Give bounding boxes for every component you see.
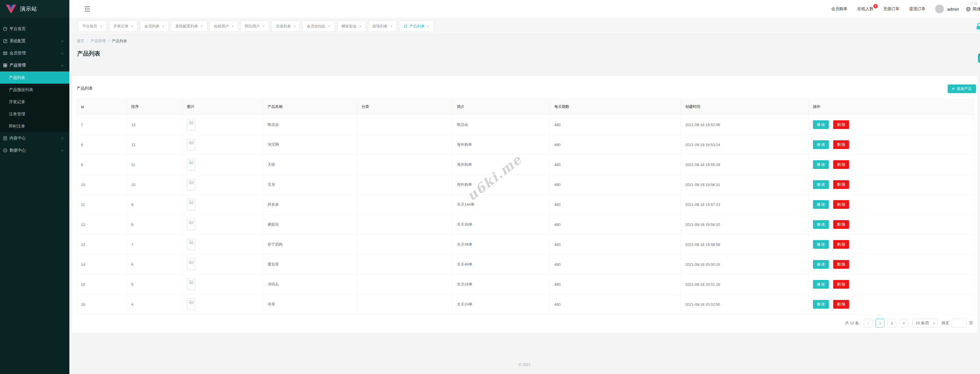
avatar[interactable] <box>935 5 944 13</box>
sidebar-subitem-lottery-records[interactable]: 开奖记录 <box>0 96 69 108</box>
tab-会员加扣款[interactable]: 会员加扣款× <box>302 21 335 32</box>
tab-会员列表[interactable]: 会员列表× <box>140 21 169 32</box>
close-icon[interactable]: × <box>262 24 265 28</box>
breadcrumb-item[interactable]: 首页 <box>77 39 84 43</box>
page-unit-label: 页 <box>969 320 973 326</box>
topbar-link-withdraw-orders[interactable]: 提现订单 <box>909 6 925 11</box>
delete-button[interactable]: 删除 <box>833 200 849 209</box>
tab-充值列表[interactable]: 充值列表× <box>271 21 300 32</box>
broken-image-icon <box>187 119 195 131</box>
close-icon[interactable]: × <box>427 24 430 28</box>
edit-button[interactable]: 修改 <box>813 240 829 249</box>
add-product-label: 添加产品 <box>956 86 972 91</box>
pagination-next-button[interactable]: > <box>899 319 908 328</box>
close-icon[interactable]: × <box>293 24 296 28</box>
close-icon[interactable]: × <box>100 24 102 28</box>
close-icon[interactable]: × <box>200 24 203 28</box>
sidebar-item-label: 数据中心 <box>10 148 60 153</box>
brand-v-icon <box>6 5 16 14</box>
sidebar-item-system-config[interactable]: 系统配置 <box>0 35 69 47</box>
tab-提现列表[interactable]: 提现列表× <box>368 21 397 32</box>
table-row: 128蘑菇街全天36单4802021-08-18 19:58:10修改删除 <box>76 215 974 235</box>
delete-button[interactable]: 删除 <box>833 240 849 249</box>
tab-在线用户[interactable]: 在线用户× <box>210 21 238 32</box>
sidebar-item-member-management[interactable]: 会员管理 <box>0 47 69 59</box>
table-body: 713唯品会唯品会4802021-08-18 19:52:06修改删除812淘宝… <box>76 115 974 315</box>
close-icon[interactable]: × <box>359 24 361 28</box>
per-page-select[interactable]: 10 条/页 <box>912 319 938 328</box>
delete-button[interactable]: 删除 <box>833 140 849 149</box>
cell-id: 14 <box>76 254 127 275</box>
delete-button[interactable]: 删除 <box>833 260 849 269</box>
sidebar-item-data-center[interactable]: 数据中心 <box>0 144 69 157</box>
delete-button[interactable]: 删除 <box>833 300 849 308</box>
edit-button[interactable]: 修改 <box>813 160 829 169</box>
edit-button[interactable]: 修改 <box>813 180 829 189</box>
jump-label: 跳至 <box>942 320 949 326</box>
sidebar-item-content-center[interactable]: 内容中心 <box>0 132 69 144</box>
delete-button[interactable]: 删除 <box>833 160 849 169</box>
cell-sort: 6 <box>127 254 183 275</box>
side-panel-handle[interactable] <box>978 54 980 63</box>
edit-button[interactable]: 修改 <box>813 140 829 149</box>
app-logo[interactable]: 演示站 <box>0 0 69 18</box>
table-row: 119拼多多全天144单4802021-08-18 19:57:23修改删除 <box>76 195 974 215</box>
topbar: 会员购单在线人数2充值订单提现订单 admin 简体中文 <box>69 0 980 18</box>
card-title: 产品列表 <box>76 86 93 91</box>
tab-陪玩用户[interactable]: 陪玩用户× <box>240 21 269 32</box>
close-icon[interactable]: × <box>390 24 393 28</box>
tab-label: 系统配置列表 <box>175 24 198 29</box>
edit-button[interactable]: 修改 <box>813 220 829 229</box>
close-icon[interactable]: × <box>162 24 164 28</box>
tab-开奖记录[interactable]: 开奖记录× <box>109 21 138 32</box>
sidebar-subitem-product-preset-list[interactable]: 产品预设列表 <box>0 83 69 96</box>
topbar-link-recharge-orders[interactable]: 充值订单 <box>883 6 899 11</box>
cell-image <box>183 135 263 155</box>
sidebar-item-label: 产品管理 <box>10 63 60 68</box>
product-table-wrap: id排序图片产品名称分类简介每天期数创建时间操作 713唯品会唯品会480202… <box>76 99 974 315</box>
cell-category <box>357 175 453 195</box>
pagination-prev-button[interactable]: < <box>864 319 872 328</box>
username[interactable]: admin <box>947 6 959 11</box>
cell-intro: 全天36单 <box>453 235 550 254</box>
close-icon[interactable]: × <box>131 24 133 28</box>
cell-intro: 全天36单 <box>453 215 550 235</box>
sidebar-collapse-icon[interactable] <box>84 6 91 12</box>
delete-button[interactable]: 删除 <box>833 180 849 189</box>
add-product-button[interactable]: + 添加产品 <box>948 85 976 93</box>
delete-button[interactable]: 删除 <box>833 280 849 289</box>
pagination-page-1[interactable]: 1 <box>876 319 885 328</box>
breadcrumb-item[interactable]: 产品管理 <box>91 39 106 43</box>
edit-button[interactable]: 修改 <box>813 300 829 308</box>
tab-label: 会员加扣款 <box>307 24 325 29</box>
cell-intro: 全天144单 <box>453 195 550 215</box>
sidebar-subitem-bet-management[interactable]: 注单管理 <box>0 108 69 120</box>
cell-sort: 5 <box>127 275 183 294</box>
jump-page-input[interactable] <box>952 319 967 328</box>
edit-button[interactable]: 修改 <box>813 260 829 269</box>
topbar-link-online-count[interactable]: 在线人数2 <box>857 6 873 11</box>
topbar-link-member-orders[interactable]: 会员购单 <box>831 6 847 11</box>
tab-赠送彩金[interactable]: 赠送彩金× <box>337 21 366 32</box>
edit-button[interactable]: 修改 <box>813 280 829 289</box>
language-switcher[interactable]: 简体中文 <box>972 6 980 12</box>
broken-image-icon <box>187 139 195 150</box>
close-icon[interactable]: × <box>231 24 234 28</box>
sidebar-subitem-realtime-bets[interactable]: 即时注单 <box>0 120 69 132</box>
sidebar-item-label: 会员管理 <box>10 51 60 56</box>
edit-button[interactable]: 修改 <box>813 120 829 129</box>
unlock-icon[interactable] <box>976 22 980 30</box>
tab-平台首页[interactable]: 平台首页× <box>78 21 107 32</box>
refresh-icon[interactable] <box>403 24 407 28</box>
delete-button[interactable]: 删除 <box>833 120 849 129</box>
close-icon[interactable]: × <box>328 24 330 28</box>
tab-产品列表[interactable]: 产品列表× <box>399 21 434 32</box>
sidebar-item-product-management[interactable]: 产品管理 <box>0 59 69 72</box>
sidebar-item-platform-home[interactable]: 平台首页 <box>0 23 69 35</box>
delete-button[interactable]: 删除 <box>833 220 849 229</box>
sidebar-subitem-product-list[interactable]: 产品列表 <box>0 72 69 83</box>
edit-button[interactable]: 修改 <box>813 200 829 209</box>
dashboard-icon <box>3 27 8 31</box>
pagination-page-2[interactable]: 2 <box>888 319 896 328</box>
tab-系统配置列表[interactable]: 系统配置列表× <box>171 21 207 32</box>
